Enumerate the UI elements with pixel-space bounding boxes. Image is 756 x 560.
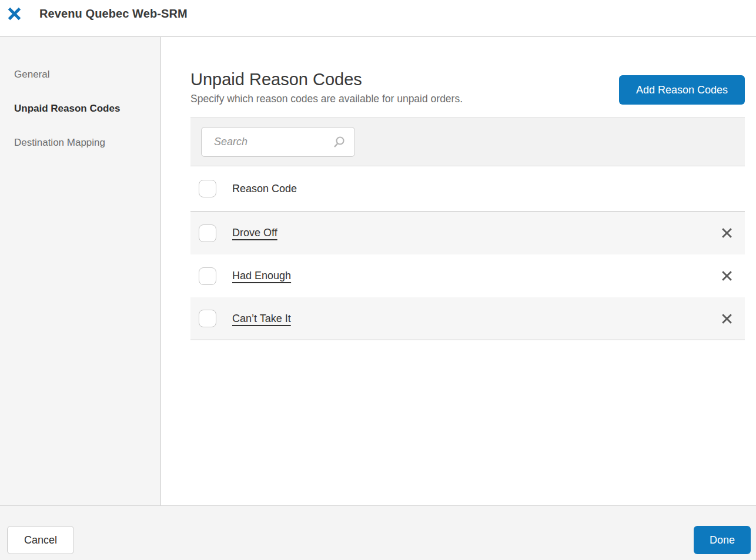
row-checkbox[interactable] bbox=[199, 267, 216, 285]
cancel-button[interactable]: Cancel bbox=[7, 526, 74, 554]
sidebar: General Unpaid Reason Codes Destination … bbox=[0, 37, 161, 505]
search-input[interactable] bbox=[201, 127, 355, 157]
reason-code-link[interactable]: Drove Off bbox=[232, 227, 277, 239]
add-reason-codes-button[interactable]: Add Reason Codes bbox=[619, 75, 745, 105]
close-icon bbox=[6, 6, 22, 22]
page-title: Unpaid Reason Codes bbox=[190, 70, 463, 89]
reason-codes-table: Reason Code Drove Off Had bbox=[190, 166, 745, 340]
modal-body: General Unpaid Reason Codes Destination … bbox=[0, 37, 756, 505]
search-toolbar bbox=[190, 117, 745, 166]
select-all-checkbox[interactable] bbox=[199, 180, 216, 197]
sidebar-item-unpaid-reason-codes[interactable]: Unpaid Reason Codes bbox=[0, 92, 160, 126]
column-header-reason-code: Reason Code bbox=[232, 183, 297, 195]
table-row: Drove Off bbox=[190, 212, 745, 254]
close-button[interactable] bbox=[6, 5, 22, 22]
delete-row-button[interactable] bbox=[718, 267, 735, 285]
page-header: Unpaid Reason Codes Specify which reason… bbox=[190, 70, 745, 105]
delete-row-button[interactable] bbox=[718, 224, 735, 242]
sidebar-item-destination-mapping[interactable]: Destination Mapping bbox=[0, 126, 160, 160]
sidebar-item-general[interactable]: General bbox=[0, 58, 160, 92]
modal-footer: Cancel Done bbox=[0, 505, 756, 560]
settings-modal: Revenu Quebec Web-SRM General Unpaid Rea… bbox=[0, 0, 756, 560]
delete-icon bbox=[720, 269, 734, 283]
row-checkbox[interactable] bbox=[199, 224, 216, 242]
main-content: Unpaid Reason Codes Specify which reason… bbox=[161, 37, 756, 505]
reason-code-link[interactable]: Had Enough bbox=[232, 270, 291, 282]
page-subtitle: Specify which reason codes are available… bbox=[190, 93, 463, 105]
table-header-row: Reason Code bbox=[190, 166, 745, 212]
window-title: Revenu Quebec Web-SRM bbox=[39, 7, 188, 21]
delete-icon bbox=[720, 311, 734, 326]
delete-icon bbox=[720, 226, 734, 240]
titlebar: Revenu Quebec Web-SRM bbox=[0, 0, 756, 37]
page-header-text: Unpaid Reason Codes Specify which reason… bbox=[190, 70, 463, 105]
table-row: Had Enough bbox=[190, 254, 745, 297]
row-checkbox[interactable] bbox=[199, 310, 216, 327]
reason-code-link[interactable]: Can’t Take It bbox=[232, 313, 291, 325]
delete-row-button[interactable] bbox=[718, 310, 735, 327]
table-row: Can’t Take It bbox=[190, 297, 745, 340]
search-box bbox=[201, 127, 355, 157]
done-button[interactable]: Done bbox=[694, 526, 751, 554]
